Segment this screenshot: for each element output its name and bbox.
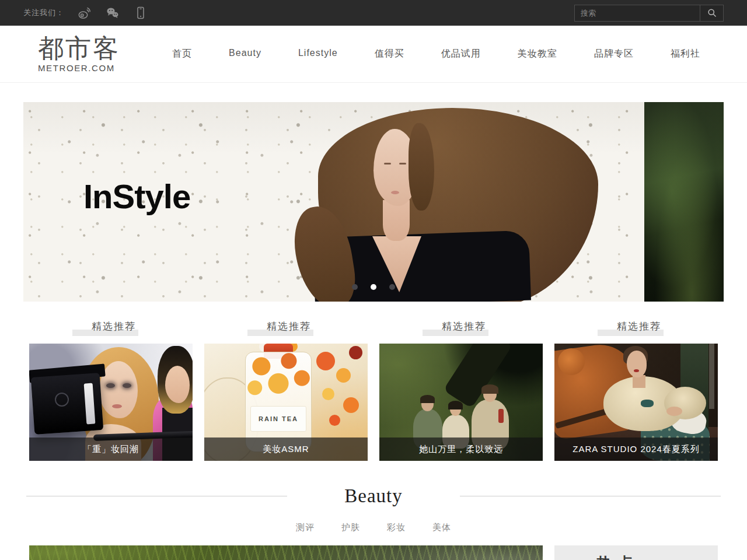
card-art	[99, 361, 138, 418]
card-art	[165, 366, 190, 403]
card-art	[112, 404, 122, 408]
nav-item-welfare[interactable]: 福利社	[671, 48, 700, 60]
card-art	[498, 409, 504, 423]
featured-card-asmr[interactable]: RAIN TEA 美妆ASMR	[204, 344, 368, 461]
wechat-icon[interactable]	[105, 5, 120, 20]
divider-line	[26, 496, 287, 496]
card-art	[709, 344, 714, 409]
card-caption: 美妆ASMR	[204, 438, 368, 461]
featured-column-4: 精选推荐 ZARA STUDIO 2024春夏系列	[554, 317, 718, 461]
subnav-item-body[interactable]: 美体	[432, 522, 451, 533]
card-art	[627, 351, 647, 377]
carousel-dots	[352, 284, 395, 290]
section-header: 精选推荐	[29, 317, 193, 334]
nav-item-makeup-class[interactable]: 美妆教室	[518, 48, 557, 60]
card-caption: ZARA STUDIO 2024春夏系列	[554, 438, 718, 461]
section-header-label: 精选推荐	[611, 321, 661, 332]
section-header: 精选推荐	[204, 317, 368, 334]
card-art	[349, 346, 362, 359]
card-art	[558, 348, 585, 375]
featured-column-1: 精选推荐 「重」妆回潮	[29, 317, 193, 461]
card-art	[329, 415, 340, 426]
search-button[interactable]	[700, 5, 723, 21]
nav-item-lifestyle[interactable]: Lifestyle	[298, 48, 338, 60]
carousel-dot-active[interactable]	[371, 284, 376, 290]
section-header: 精选推荐	[379, 317, 543, 334]
card-art	[481, 384, 498, 394]
logo-title: 都市客	[38, 35, 140, 62]
hero-carousel-slide[interactable]: InStyle	[23, 102, 724, 302]
card-art	[336, 368, 351, 383]
card-art	[420, 395, 435, 403]
logo-subtitle: METROER.COM	[38, 63, 140, 73]
search-box	[574, 5, 724, 22]
featured-card-mountains[interactable]: 她山万里，柔以致远	[379, 344, 543, 461]
beauty-content-row: 热点 排行榜	[23, 545, 724, 560]
carousel-dot[interactable]	[352, 284, 358, 290]
beauty-section-title: Beauty	[287, 485, 459, 507]
section-header-label: 精选推荐	[86, 321, 136, 332]
hero-model-eye	[399, 163, 406, 164]
card-art	[343, 397, 359, 413]
nav-item-brand-zone[interactable]: 品牌专区	[594, 48, 634, 60]
card-art	[246, 352, 311, 406]
hero-model-neck	[383, 200, 410, 241]
hero-brand-logo: InStyle	[83, 177, 190, 216]
card-art	[106, 383, 115, 388]
nav-item-product-trial[interactable]: 优品试用	[441, 48, 481, 60]
featured-column-3: 精选推荐 她山万里，柔以致远	[379, 317, 543, 461]
site-logo[interactable]: 都市客 METROER.COM	[23, 35, 140, 73]
subnav-item-skincare[interactable]: 护肤	[341, 522, 360, 533]
topbar: 关注我们：	[0, 0, 747, 26]
hero-model-eye	[384, 163, 391, 164]
card-art	[641, 400, 654, 407]
card-art	[443, 344, 512, 408]
section-header-label: 精选推荐	[261, 321, 311, 332]
beauty-subnav: 测评 护肤 彩妆 美体	[0, 522, 747, 533]
featured-column-2: 精选推荐 RAIN TEA 美妆ASMR	[204, 317, 368, 461]
subnav-item-reviews[interactable]: 测评	[296, 522, 315, 533]
section-header: 精选推荐	[554, 317, 718, 334]
nav-item-beauty[interactable]: Beauty	[229, 48, 261, 60]
subnav-item-makeup[interactable]: 彩妆	[387, 522, 406, 533]
beauty-section-header: Beauty	[23, 485, 724, 507]
hot-ranking-box: 热点 排行榜	[554, 545, 718, 560]
article-image[interactable]	[29, 545, 543, 560]
search-input[interactable]	[575, 5, 700, 21]
card-art	[322, 388, 334, 400]
nav-item-worth-buying[interactable]: 值得买	[375, 48, 404, 60]
card-art	[55, 393, 69, 407]
featured-section: 精选推荐 「重」妆回潮 精选推荐	[23, 317, 724, 461]
hot-ranking-title: 热点	[596, 554, 638, 560]
card-art	[316, 352, 335, 370]
card-caption: 她山万里，柔以致远	[379, 438, 543, 461]
weibo-icon[interactable]	[77, 5, 92, 20]
bottle-label: RAIN TEA	[250, 406, 306, 432]
featured-card-heavy-makeup[interactable]: 「重」妆回潮	[29, 344, 193, 461]
mobile-icon[interactable]	[133, 5, 148, 20]
card-art	[634, 369, 639, 372]
main-nav: 首页 Beauty Lifestyle 值得买 优品试用 美妆教室 品牌专区 福…	[140, 48, 724, 60]
search-icon	[706, 7, 718, 19]
featured-card-zara[interactable]: ZARA STUDIO 2024春夏系列	[554, 344, 718, 461]
nav-item-home[interactable]: 首页	[172, 48, 192, 60]
hero-model-lips	[391, 191, 399, 194]
follow-us-label: 关注我们：	[23, 8, 64, 18]
card-caption: 「重」妆回潮	[29, 438, 193, 461]
site-header: 都市客 METROER.COM 首页 Beauty Lifestyle 值得买 …	[0, 26, 747, 83]
divider-line	[460, 496, 721, 496]
carousel-dot[interactable]	[389, 284, 395, 290]
section-header-label: 精选推荐	[436, 321, 486, 332]
card-art	[666, 407, 682, 416]
card-art	[123, 383, 131, 388]
hero-green-strip	[644, 102, 724, 302]
card-art	[448, 401, 463, 410]
